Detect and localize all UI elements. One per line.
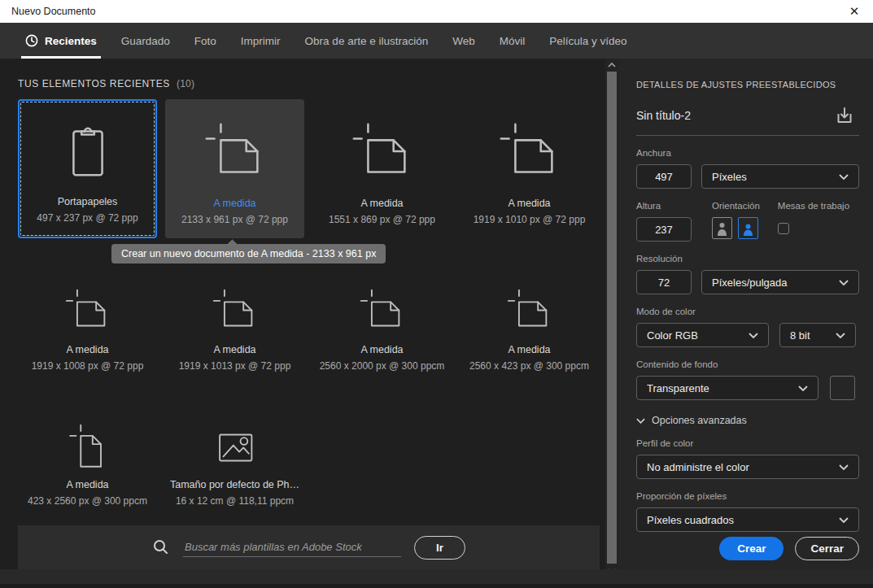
artboards-checkbox[interactable] xyxy=(778,223,789,234)
close-button[interactable]: Cerrar xyxy=(795,537,859,560)
recent-item[interactable]: A medida 423 x 2560 px @ 300 ppcm xyxy=(18,402,157,508)
stock-search-bar: Ir xyxy=(18,525,600,569)
height-input[interactable] xyxy=(636,217,692,242)
recent-item-dims: 1551 x 869 px @ 72 ppp xyxy=(329,214,435,225)
recent-item-dims: 1919 x 1013 px @ 72 ppp xyxy=(179,360,291,372)
preset-details-panel: DETALLES DE AJUSTES PREESTABLECIDOS Sin … xyxy=(618,59,873,588)
orientation-portrait-button[interactable] xyxy=(712,217,732,239)
clock-icon xyxy=(25,34,38,47)
background-dropdown[interactable]: Transparente xyxy=(636,376,818,400)
custom-doc-icon xyxy=(200,118,270,188)
recent-item-dims: 16 x 12 cm @ 118,11 ppcm xyxy=(176,495,294,507)
tab-label: Foto xyxy=(194,35,216,47)
tab-label: Móvil xyxy=(500,35,526,47)
tab-label: Obra de arte e ilustración xyxy=(305,35,429,47)
tab-imprimir[interactable]: Imprimir xyxy=(229,23,293,59)
orientation-label: Orientación xyxy=(712,201,760,211)
recent-item-name: A medida xyxy=(360,198,403,209)
recents-grid: Portapapeles 497 x 237 px @ 72 ppp A med… xyxy=(18,99,605,508)
tab-label: Guardado xyxy=(121,35,170,47)
chevron-down-icon xyxy=(836,333,845,338)
chevron-down-icon xyxy=(636,418,645,424)
search-input[interactable] xyxy=(183,538,401,557)
recent-item-dims: 2560 x 2000 px @ 300 ppcm xyxy=(320,360,445,372)
recent-item[interactable]: A medida 1551 x 869 px @ 72 ppp xyxy=(312,99,452,238)
details-heading: DETALLES DE AJUSTES PREESTABLECIDOS xyxy=(636,80,859,89)
tab-web[interactable]: Web xyxy=(440,23,487,59)
recent-item-dims: 2560 x 423 px @ 300 ppcm xyxy=(469,360,589,372)
recent-item-dims: 2133 x 961 px @ 72 ppp xyxy=(181,214,288,225)
tab-película-y-vídeo[interactable]: Película y vídeo xyxy=(537,23,639,59)
tab-guardado[interactable]: Guardado xyxy=(109,23,182,59)
bit-depth-dropdown[interactable]: 8 bit xyxy=(779,323,856,347)
recents-panel: TUS ELEMENTOS RECIENTES(10) Portapapeles… xyxy=(0,59,605,588)
resolution-input[interactable] xyxy=(636,270,692,294)
width-label: Anchura xyxy=(636,148,859,158)
tab-obra-de-arte-e-ilustración[interactable]: Obra de arte e ilustración xyxy=(293,23,441,59)
tab-label: Recientes xyxy=(45,35,97,47)
scrollbar-thumb[interactable] xyxy=(607,72,617,564)
custom-doc-icon xyxy=(62,285,114,338)
recent-item[interactable]: A medida 2560 x 423 px @ 300 ppcm xyxy=(460,267,599,373)
recents-heading: TUS ELEMENTOS RECIENTES(10) xyxy=(18,78,605,89)
scrollbar[interactable] xyxy=(605,59,618,588)
document-title-field[interactable]: Sin título-2 xyxy=(636,109,835,122)
recent-item[interactable]: Tamaño por defecto de Ph… 16 x 12 cm @ 1… xyxy=(165,402,304,508)
tab-label: Web xyxy=(452,35,475,47)
recent-item[interactable]: A medida 2133 x 961 px @ 72 ppp xyxy=(165,99,304,238)
recent-item[interactable]: A medida 1919 x 1010 px @ 72 ppp xyxy=(460,99,599,238)
custom-doc-icon xyxy=(356,285,408,338)
go-button[interactable]: Ir xyxy=(414,536,465,560)
background-color-swatch[interactable] xyxy=(830,376,855,400)
artboards-label: Mesas de trabajo xyxy=(778,201,849,211)
custom-doc-icon xyxy=(495,118,565,188)
chevron-down-icon xyxy=(839,280,849,285)
recent-item[interactable]: A medida 1919 x 1013 px @ 72 ppp xyxy=(165,267,304,373)
advanced-options-toggle[interactable]: Opciones avanzadas xyxy=(636,415,859,426)
custom-doc-icon xyxy=(504,285,556,338)
search-icon xyxy=(152,538,170,556)
title-bar: Nuevo Documento ✕ xyxy=(0,0,873,23)
tab-label: Imprimir xyxy=(241,35,281,47)
custom-doc-icon xyxy=(347,118,417,188)
chevron-down-icon xyxy=(839,174,849,180)
pixel-ratio-dropdown[interactable]: Píxeles cuadrados xyxy=(636,507,859,532)
tab-recientes[interactable]: Recientes xyxy=(13,23,109,59)
orientation-landscape-button[interactable] xyxy=(738,217,758,239)
create-button[interactable]: Crear xyxy=(719,537,784,560)
recent-item-name: A medida xyxy=(508,344,550,355)
scroll-up-icon[interactable] xyxy=(605,63,618,68)
photo-icon xyxy=(209,420,261,473)
width-unit-dropdown[interactable]: Píxeles xyxy=(701,164,859,189)
tooltip: Crear un nuevo documento de A medida - 2… xyxy=(111,244,386,264)
custom-doc-icon xyxy=(209,285,261,338)
chevron-down-icon xyxy=(839,517,849,523)
recent-item-dims: 1919 x 1008 px @ 72 ppp xyxy=(32,360,144,372)
landscape-icon xyxy=(742,221,754,236)
dialog-title: Nuevo Documento xyxy=(11,6,842,17)
color-mode-label: Modo de color xyxy=(636,307,859,316)
chevron-down-icon xyxy=(839,464,849,470)
color-profile-dropdown[interactable]: No administre el color xyxy=(636,455,859,479)
chevron-down-icon xyxy=(749,333,758,338)
divider xyxy=(636,135,859,136)
custom-doc-portrait-icon xyxy=(62,420,114,473)
clipboard-icon xyxy=(53,116,123,186)
resolution-label: Resolución xyxy=(636,254,859,264)
resolution-unit-dropdown[interactable]: Píxeles/pulgada xyxy=(701,270,859,294)
recent-item[interactable]: A medida 2560 x 2000 px @ 300 ppcm xyxy=(312,267,452,373)
recent-item-dims: 423 x 2560 px @ 300 ppcm xyxy=(28,495,147,507)
recent-item-name: A medida xyxy=(508,198,550,209)
tab-foto[interactable]: Foto xyxy=(182,23,229,59)
close-icon[interactable]: ✕ xyxy=(842,2,866,21)
color-mode-dropdown[interactable]: Color RGB xyxy=(636,323,769,347)
background-label: Contenido de fondo xyxy=(636,359,859,369)
recent-item-dims: 497 x 237 px @ 72 ppp xyxy=(37,212,137,224)
width-input[interactable] xyxy=(636,164,692,189)
save-preset-icon[interactable] xyxy=(835,106,854,125)
tab-móvil[interactable]: Móvil xyxy=(487,23,538,59)
recent-item-name: Portapapeles xyxy=(58,196,118,207)
tab-label: Película y vídeo xyxy=(549,35,626,47)
recent-item[interactable]: A medida 1919 x 1008 px @ 72 ppp xyxy=(18,267,157,373)
recent-item[interactable]: Portapapeles 497 x 237 px @ 72 ppp xyxy=(18,99,157,238)
